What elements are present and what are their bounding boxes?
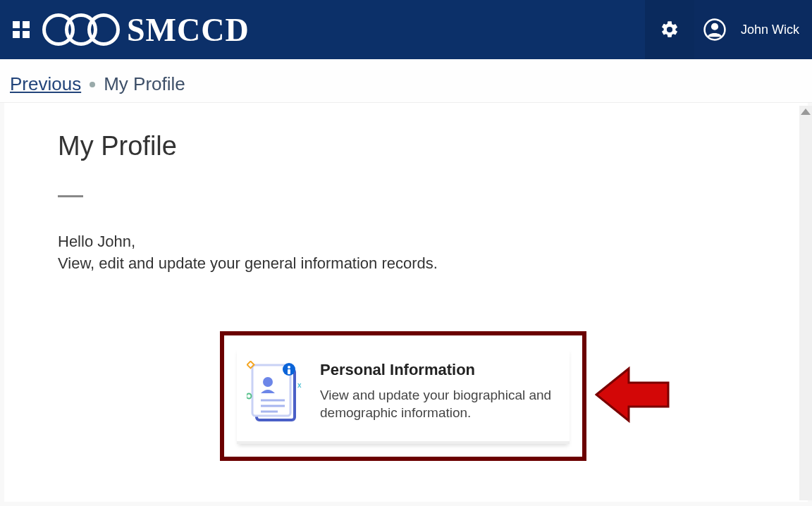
header-right: John Wick [645, 0, 812, 59]
app-header: SMCCD John Wick [0, 0, 812, 59]
annotation-highlight-box: x Personal Information View and update y… [220, 331, 586, 461]
avatar-icon [703, 18, 727, 42]
scroll-up-icon [801, 109, 811, 115]
card-description: View and update your biographical and de… [320, 386, 560, 422]
greeting-text: Hello John, View, edit and update your g… [58, 231, 754, 275]
svg-rect-9 [288, 366, 290, 369]
svg-point-12 [247, 393, 252, 398]
breadcrumb: Previous My Profile [0, 59, 812, 103]
svg-rect-10 [288, 369, 290, 374]
svg-text:x: x [297, 381, 302, 389]
svg-point-1 [711, 23, 718, 30]
card-title: Personal Information [320, 361, 560, 379]
title-divider [58, 195, 83, 197]
page-title: My Profile [58, 131, 754, 161]
personal-information-card[interactable]: x Personal Information View and update y… [237, 348, 570, 444]
card-icon-wrap: x [247, 361, 307, 428]
settings-button[interactable] [645, 0, 694, 59]
apps-menu-button[interactable] [0, 0, 42, 59]
main-content: My Profile Hello John, View, edit and up… [4, 103, 808, 502]
card-body: Personal Information View and update you… [320, 361, 560, 428]
gear-icon [660, 20, 679, 39]
svg-marker-14 [596, 369, 668, 421]
left-arrow-icon [595, 363, 672, 426]
breadcrumb-previous-link[interactable]: Previous [10, 73, 81, 95]
logo[interactable]: SMCCD [42, 11, 645, 49]
svg-point-4 [263, 377, 273, 387]
breadcrumb-separator-icon [90, 82, 95, 87]
greeting-line2: View, edit and update your general infor… [58, 253, 754, 275]
profile-document-icon: x [247, 361, 307, 428]
greeting-line1: Hello John, [58, 231, 754, 253]
logo-text: SMCCD [127, 11, 250, 49]
breadcrumb-current: My Profile [104, 73, 185, 95]
apps-grid-icon [13, 21, 30, 38]
scrollbar[interactable] [799, 106, 812, 500]
user-name[interactable]: John Wick [735, 0, 812, 59]
annotation-arrow [595, 363, 672, 429]
logo-rings-icon [42, 13, 120, 46]
profile-button[interactable] [694, 0, 735, 59]
